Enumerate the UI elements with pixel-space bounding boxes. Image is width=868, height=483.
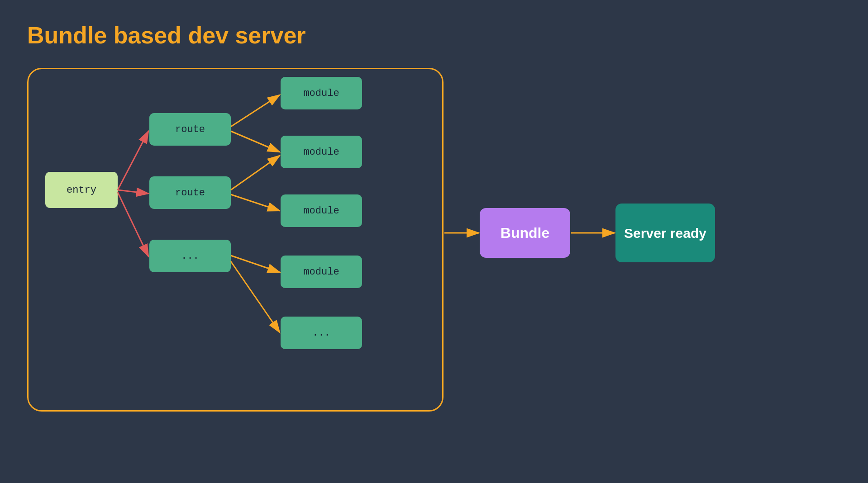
bundle-node: Bundle: [480, 208, 570, 258]
module2-node: module: [281, 136, 362, 168]
route2-node: route: [149, 176, 231, 209]
module1-node: module: [281, 77, 362, 109]
server-ready-node: Server ready: [615, 204, 715, 262]
entry-node: entry: [45, 172, 118, 208]
route1-node: route: [149, 113, 231, 146]
dots2-node: ...: [281, 317, 362, 349]
bundle-container-box: [27, 68, 444, 412]
module4-node: module: [281, 256, 362, 288]
page-title: Bundle based dev server: [27, 22, 306, 49]
dots1-node: ...: [149, 240, 231, 272]
module3-node: module: [281, 194, 362, 227]
